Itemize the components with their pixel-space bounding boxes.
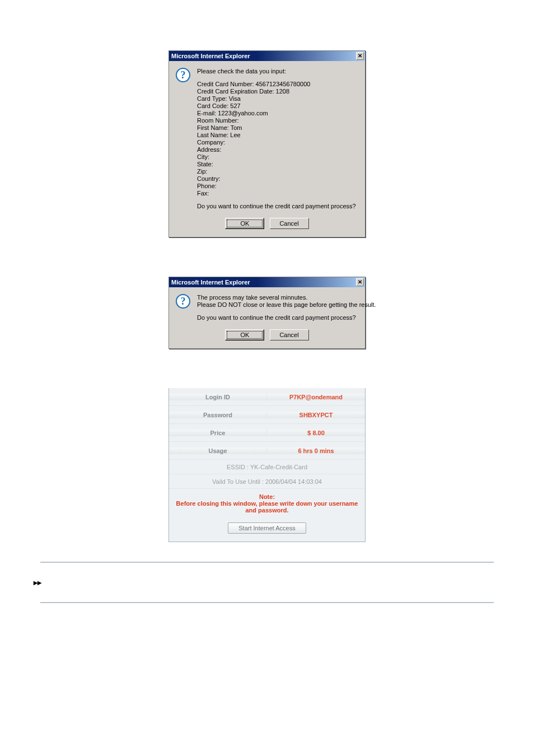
usage-value: 6 hrs 0 mins xyxy=(267,447,365,454)
field-line: Room Number: xyxy=(197,117,358,124)
cancel-button[interactable]: Cancel xyxy=(270,218,309,229)
row-password: Password SHBXYPCT xyxy=(169,406,365,424)
warn-line-2: Please DO NOT close or leave this page b… xyxy=(197,301,376,309)
divider xyxy=(40,602,494,603)
question-icon: ? xyxy=(176,68,190,82)
field-line: Credit Card Expiration Date: 1208 xyxy=(197,88,358,95)
prompt-text: Do you want to continue the credit card … xyxy=(197,203,358,210)
question-icon: ? xyxy=(176,294,190,309)
titlebar: Microsoft Internet Explorer ✕ xyxy=(169,277,365,287)
field-line: Card Type: Visa xyxy=(197,95,358,102)
login-id-value: P7KP@ondemand xyxy=(267,394,365,400)
note-text: Before closing this window, please write… xyxy=(174,500,360,514)
field-line: Address: xyxy=(197,146,358,153)
dialog-title: Microsoft Internet Explorer xyxy=(171,53,250,59)
price-label: Price xyxy=(169,430,267,436)
field-line: E-mail: 1223@yahoo.com xyxy=(197,110,358,117)
process-warning-dialog: Microsoft Internet Explorer ✕ ? The proc… xyxy=(168,277,366,349)
prompt-text: Do you want to continue the credit card … xyxy=(197,314,376,321)
dialog-title: Microsoft Internet Explorer xyxy=(171,279,250,286)
field-line: First Name: Tom xyxy=(197,124,358,132)
password-value: SHBXYPCT xyxy=(267,412,365,418)
close-icon[interactable]: ✕ xyxy=(356,52,364,60)
field-line: State: xyxy=(197,161,358,168)
account-info-panel: Login ID P7KP@ondemand Password SHBXYPCT… xyxy=(168,388,366,542)
ok-button[interactable]: OK xyxy=(225,329,264,340)
intro-text: Please check the data you input: xyxy=(197,68,358,75)
field-line: Last Name: Lee xyxy=(197,132,358,139)
close-icon[interactable]: ✕ xyxy=(356,278,364,286)
field-line: Company: xyxy=(197,139,358,146)
password-label: Password xyxy=(169,412,267,418)
field-line: City: xyxy=(197,153,358,161)
row-usage: Usage 6 hrs 0 mins xyxy=(169,442,365,460)
ok-button[interactable]: OK xyxy=(225,218,264,229)
chevron-icon: ▸▸ xyxy=(34,578,534,586)
row-price: Price $ 8.00 xyxy=(169,424,365,442)
valid-until-line: Vaild To Use Until : 2006/04/04 14:03:04 xyxy=(169,474,365,489)
row-login-id: Login ID P7KP@ondemand xyxy=(169,388,365,406)
field-line: Phone: xyxy=(197,183,358,190)
price-value: $ 8.00 xyxy=(267,430,365,436)
note-label: Note: xyxy=(174,493,360,500)
field-line: Credit Card Number: 4567123456780000 xyxy=(197,81,358,88)
titlebar: Microsoft Internet Explorer ✕ xyxy=(169,51,365,61)
usage-label: Usage xyxy=(169,447,267,454)
field-line: Card Code: 527 xyxy=(197,102,358,110)
field-line: Country: xyxy=(197,175,358,183)
confirm-data-dialog: Microsoft Internet Explorer ✕ ? Please c… xyxy=(168,50,366,237)
warn-line-1: The process may take several minnutes. xyxy=(197,294,376,301)
essid-line: ESSID : YK-Cafe-Credit-Card xyxy=(169,460,365,474)
cancel-button[interactable]: Cancel xyxy=(270,329,309,340)
note-block: Note: Before closing this window, please… xyxy=(169,489,365,517)
login-id-label: Login ID xyxy=(169,394,267,400)
field-line: Fax: xyxy=(197,190,358,197)
field-line: Zip: xyxy=(197,168,358,175)
start-internet-access-button[interactable]: Start Internet Access xyxy=(228,522,306,534)
